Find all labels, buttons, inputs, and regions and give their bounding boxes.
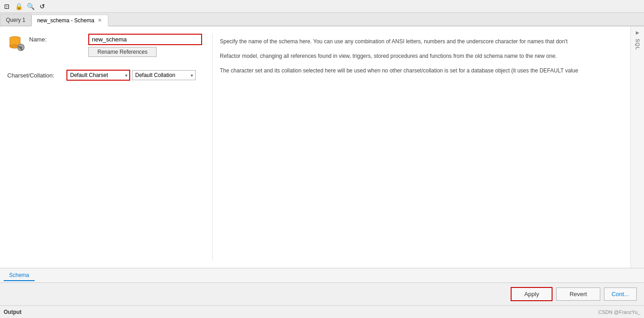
toolbar-icon-1[interactable]: ⊡ bbox=[2, 1, 12, 11]
output-label: Output bbox=[4, 309, 21, 315]
name-label: Name: bbox=[29, 34, 88, 43]
name-input[interactable] bbox=[88, 34, 202, 45]
tab-bar: Query 1 new_schema - Schema ✕ bbox=[0, 13, 644, 26]
tab-query1-label: Query 1 bbox=[6, 17, 25, 23]
toolbar-icon-4[interactable]: ↺ bbox=[37, 1, 47, 11]
toolbar: ⊡ 🔒 🔍 ↺ bbox=[0, 0, 644, 13]
collation-select-wrapper: Default Collation utf8_general_ci utf8mb… bbox=[132, 70, 196, 80]
main-content: Name: Rename References Charset/Collatio… bbox=[0, 26, 644, 268]
sql-panel-arrow[interactable]: ▶ bbox=[636, 30, 639, 35]
tab-schema-close[interactable]: ✕ bbox=[97, 17, 102, 23]
name-controls: Rename References bbox=[88, 34, 202, 57]
collation-select[interactable]: Default Collation utf8_general_ci utf8mb… bbox=[132, 70, 196, 80]
charset-select-wrapper: Default Charset utf8 utf8mb4 latin1 asci… bbox=[66, 70, 130, 81]
tab-schema-bottom[interactable]: Schema bbox=[4, 270, 35, 281]
name-row: Name: Rename References bbox=[29, 34, 202, 57]
svg-rect-8 bbox=[20, 46, 22, 48]
description-charset: The character set and its collation sele… bbox=[220, 67, 616, 75]
sql-panel: ▶ SQL bbox=[630, 26, 644, 268]
action-bar: Apply Revert Cont... bbox=[0, 282, 644, 305]
description-name-text: Specify the name of the schema here. You… bbox=[220, 38, 568, 45]
continue-button[interactable]: Cont... bbox=[604, 287, 637, 301]
charset-controls: Default Charset utf8 utf8mb4 latin1 asci… bbox=[66, 70, 196, 81]
charset-row: Charset/Collation: Default Charset utf8 … bbox=[7, 70, 212, 81]
toolbar-icon-2[interactable]: 🔒 bbox=[14, 1, 24, 11]
revert-button[interactable]: Revert bbox=[556, 287, 600, 301]
toolbar-icon-3[interactable]: 🔍 bbox=[25, 1, 35, 11]
rename-references-button[interactable]: Rename References bbox=[88, 47, 157, 57]
tab-schema[interactable]: new_schema - Schema ✕ bbox=[31, 15, 108, 26]
form-and-description: Name: Rename References Charset/Collatio… bbox=[0, 26, 630, 268]
svg-rect-3 bbox=[10, 38, 10, 46]
output-bar: Output CSDN @FranzYu_ bbox=[0, 305, 644, 318]
tab-schema-label: new_schema - Schema bbox=[37, 17, 94, 24]
charset-label: Charset/Collation: bbox=[7, 70, 66, 79]
tab-query1[interactable]: Query 1 bbox=[0, 14, 31, 26]
name-field-group: Name: Rename References bbox=[29, 34, 202, 62]
schema-header: Name: Rename References bbox=[7, 34, 212, 62]
form-section: Name: Rename References Charset/Collatio… bbox=[7, 34, 212, 261]
description-name: Specify the name of the schema here. You… bbox=[220, 37, 616, 46]
watermark: CSDN @FranzYu_ bbox=[598, 309, 640, 315]
description-rename-text: Refactor model, changing all references … bbox=[220, 53, 557, 59]
description-panel: Specify the name of the schema here. You… bbox=[212, 34, 623, 261]
description-rename: Refactor model, changing all references … bbox=[220, 52, 616, 60]
charset-select[interactable]: Default Charset utf8 utf8mb4 latin1 asci… bbox=[66, 70, 130, 81]
description-charset-text: The character set and its collation sele… bbox=[220, 67, 578, 74]
sql-panel-label: SQL bbox=[635, 39, 640, 50]
apply-button[interactable]: Apply bbox=[511, 287, 553, 301]
schema-icon bbox=[7, 34, 25, 52]
bottom-tabs: Schema bbox=[0, 268, 644, 282]
